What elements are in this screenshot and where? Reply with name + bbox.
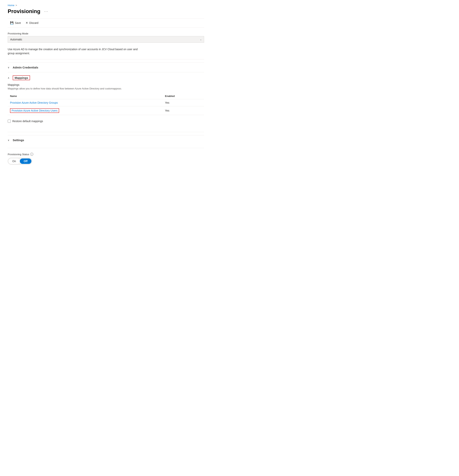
provisioning-status-text: Provisioning Status	[8, 153, 29, 156]
settings-section: ∨ Settings	[8, 135, 204, 145]
ellipsis-menu-button[interactable]: ···	[43, 9, 50, 14]
breadcrumb-separator: >	[16, 4, 17, 7]
mappings-section-label: Mappings Mappings allow you to define ho…	[8, 83, 204, 90]
settings-header[interactable]: ∨ Settings	[8, 136, 204, 145]
mappings-table-header-row: Name Enabled	[8, 93, 204, 99]
provisioning-status-label: Provisioning Status i	[8, 153, 204, 156]
toolbar: 💾 Save ✕ Discard	[8, 18, 204, 27]
mappings-content: Mappings Mappings allow you to define ho…	[8, 83, 204, 129]
restore-mappings-container: Restore default mappings	[8, 118, 204, 124]
mapping-users-cell: Provision Azure Active Directory Users	[8, 106, 163, 115]
provisioning-status-toggle[interactable]: On Off	[8, 158, 32, 165]
toggle-on-option[interactable]: On	[9, 159, 20, 164]
table-row: Provision Azure Active Directory Groups …	[8, 99, 204, 106]
info-icon[interactable]: i	[30, 153, 33, 156]
divider-2	[8, 132, 204, 132]
mapping-groups-enabled: Yes	[163, 99, 204, 106]
admin-credentials-header[interactable]: ∨ Admin Credentials	[8, 63, 204, 72]
save-icon: 💾	[10, 21, 14, 25]
provisioning-mode-section: Provisioning Mode Automatic ⌄	[8, 32, 204, 43]
table-row: Provision Azure Active Directory Users Y…	[8, 106, 204, 115]
discard-label: Discard	[29, 21, 38, 25]
provision-users-link[interactable]: Provision Azure Active Directory Users	[10, 108, 59, 113]
mappings-description-text: Mappings allow you to define how data sh…	[8, 87, 204, 90]
column-name-header: Name	[8, 93, 163, 99]
admin-credentials-chevron-icon: ∨	[8, 66, 11, 69]
settings-title: Settings	[13, 138, 24, 142]
mapping-users-enabled: Yes	[163, 106, 204, 115]
page-header: Provisioning ···	[8, 8, 204, 14]
mapping-groups-cell: Provision Azure Active Directory Groups	[8, 99, 163, 106]
divider-3	[8, 148, 204, 148]
provisioning-mode-select-wrapper: Automatic ⌄	[8, 36, 204, 43]
provision-groups-link[interactable]: Provision Azure Active Directory Groups	[10, 101, 58, 104]
home-link[interactable]: Home	[8, 4, 14, 7]
mappings-chevron-icon: ∧	[8, 76, 11, 79]
restore-mappings-checkbox[interactable]	[8, 120, 11, 123]
divider-1	[8, 59, 204, 60]
save-label: Save	[15, 21, 21, 25]
settings-chevron-icon: ∨	[8, 139, 11, 142]
mappings-title: Mappings	[13, 75, 30, 80]
discard-icon: ✕	[26, 21, 28, 25]
page-title: Provisioning	[8, 8, 40, 14]
save-button[interactable]: 💾 Save	[8, 20, 23, 26]
mappings-label: Mappings	[8, 83, 204, 86]
toggle-off-option[interactable]: Off	[20, 159, 31, 164]
mappings-header[interactable]: ∧ Mappings	[8, 72, 204, 83]
admin-credentials-section: ∨ Admin Credentials	[8, 62, 204, 72]
provisioning-mode-label: Provisioning Mode	[8, 32, 204, 35]
provisioning-description: Use Azure AD to manage the creation and …	[8, 47, 142, 55]
column-enabled-header: Enabled	[163, 93, 204, 99]
mappings-section: ∧ Mappings Mappings Mappings allow you t…	[8, 72, 204, 129]
provisioning-status-section: Provisioning Status i On Off	[8, 153, 204, 165]
restore-mappings-label: Restore default mappings	[12, 120, 43, 123]
mappings-table: Name Enabled Provision Azure Active Dire…	[8, 93, 204, 115]
breadcrumb: Home >	[8, 4, 204, 7]
discard-button[interactable]: ✕ Discard	[23, 20, 41, 26]
admin-credentials-title: Admin Credentials	[13, 66, 38, 69]
provisioning-mode-select[interactable]: Automatic	[8, 36, 204, 43]
